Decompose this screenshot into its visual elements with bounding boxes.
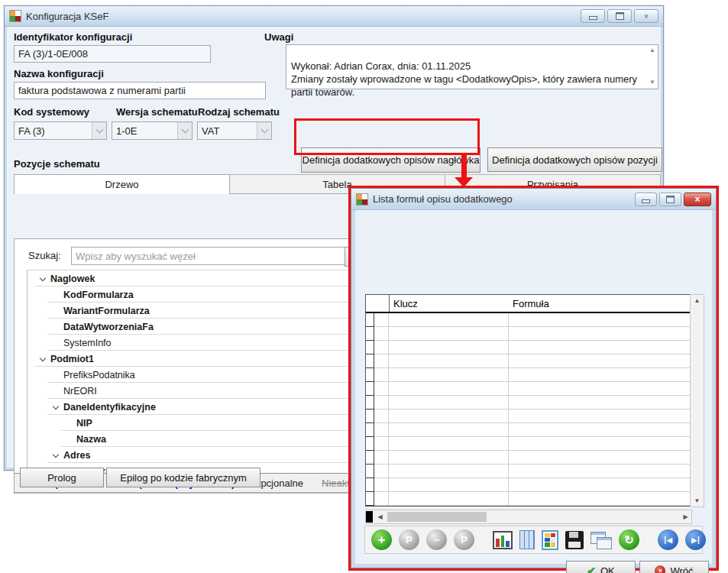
dialog-toolbar: + P − P ↻ |◀ ▶|: [364, 526, 703, 554]
name-field[interactable]: faktura podstawowa z numerami partii: [14, 82, 266, 99]
cascade-windows-icon[interactable]: [590, 531, 612, 549]
cancel-icon: ×: [655, 565, 665, 573]
table-row[interactable]: [366, 382, 691, 396]
epilog-button[interactable]: Epilog po kodzie fabrycznym: [106, 468, 260, 487]
dialog-title: Lista formuł opisu dodatkowego: [373, 193, 513, 205]
table-row[interactable]: [366, 313, 691, 327]
schema-type-select[interactable]: VAT: [197, 121, 272, 140]
tree-item-label: Adres: [63, 450, 90, 461]
tree-item-label: DataWytworzeniaFa: [63, 322, 154, 332]
tree-item-label: WariantFormularza: [63, 306, 150, 316]
maximize-icon[interactable]: [659, 193, 681, 206]
p-action-icon[interactable]: P: [454, 529, 474, 550]
scroll-up-icon[interactable]: ▲: [691, 295, 704, 306]
tree-item-label: Podmiot1: [50, 354, 94, 364]
grid-icon[interactable]: [519, 530, 535, 549]
save-icon[interactable]: [565, 531, 584, 549]
expand-icon[interactable]: [37, 277, 48, 280]
schema-version-select[interactable]: 1-0E: [112, 121, 193, 140]
formula-dialog: Lista formuł opisu dodatkowego × Klucz F…: [351, 188, 717, 568]
system-code-value: FA (3): [15, 125, 92, 137]
ok-button-label: OK: [600, 565, 615, 573]
tree-item-label: NrEORI: [63, 386, 97, 397]
table-row[interactable]: [366, 354, 691, 368]
main-titlebar: Konfiguracja KSeF ×: [5, 6, 663, 27]
header-descriptions-button[interactable]: Definicja dodatkowych opisów nagłówka: [301, 147, 480, 173]
scrollbar-thumb[interactable]: [387, 512, 487, 522]
dialog-titlebar: Lista formuł opisu dodatkowego ×: [351, 189, 716, 210]
close-icon[interactable]: ×: [634, 9, 658, 23]
dialog-highlight-border: Lista formuł opisu dodatkowego × Klucz F…: [348, 186, 719, 571]
tree-item-label: Nazwa: [76, 434, 106, 445]
row-selector-header: [366, 295, 390, 312]
expand-icon[interactable]: [50, 454, 61, 457]
table-row[interactable]: [366, 451, 691, 465]
document-icon[interactable]: [542, 530, 558, 550]
app-icon: [9, 10, 21, 22]
scroll-left-icon[interactable]: ◀: [374, 510, 386, 523]
table-row[interactable]: [366, 478, 691, 492]
notes-label: Uwagi: [264, 31, 293, 43]
table-header: Klucz Formuła: [366, 295, 691, 313]
tree-item-label: PrefiksPodatnika: [63, 370, 135, 380]
scroll-down-icon[interactable]: ▼: [649, 79, 655, 87]
ok-button[interactable]: ✔ OK: [566, 561, 636, 573]
schema-type-label: Rodzaj schematu: [198, 106, 280, 118]
chart-icon[interactable]: [493, 531, 513, 549]
name-label: Nazwa konfiguracji: [14, 68, 104, 79]
identifier-field[interactable]: FA (3)/1-0E/008: [14, 45, 211, 63]
table-row[interactable]: [366, 410, 691, 423]
table-row[interactable]: [366, 341, 691, 354]
expand-icon[interactable]: [37, 358, 48, 361]
system-code-select[interactable]: FA (3): [14, 121, 107, 140]
tree-item-label: NIP: [76, 418, 92, 429]
schema-type-value: VAT: [198, 125, 257, 137]
annotation-arrow-head: [455, 177, 473, 187]
tree-item-label: SystemInfo: [63, 338, 112, 348]
schema-version-value: 1-0E: [112, 125, 177, 137]
position-descriptions-button[interactable]: Definicja dodatkowych opisów pozycji: [487, 147, 662, 172]
table-row[interactable]: [366, 465, 691, 478]
table-row[interactable]: [366, 396, 691, 410]
splitter-box[interactable]: [366, 511, 373, 523]
close-icon[interactable]: ×: [684, 193, 711, 206]
schema-version-label: Wersja schematu: [116, 106, 198, 118]
last-record-icon[interactable]: ▶|: [685, 529, 706, 550]
search-input[interactable]: [71, 247, 349, 265]
delete-record-icon[interactable]: −: [426, 529, 447, 550]
dropdown-arrow-icon[interactable]: [92, 122, 106, 139]
notes-textarea[interactable]: Wykonał: Adrian Corax, dnia: 01.11.2025 …: [286, 44, 658, 89]
scroll-up-icon[interactable]: ▲: [649, 47, 655, 55]
table-row[interactable]: [366, 492, 691, 506]
system-code-label: Kod systemowy: [14, 106, 89, 118]
dialog-app-icon: [356, 193, 368, 206]
refresh-icon[interactable]: ↻: [619, 529, 639, 550]
dropdown-arrow-icon[interactable]: [257, 122, 271, 139]
notes-text: Wykonał: Adrian Corax, dnia: 01.11.2025 …: [291, 60, 637, 98]
first-record-icon[interactable]: |◀: [658, 529, 678, 550]
minimize-icon[interactable]: [581, 9, 605, 23]
table-row[interactable]: [366, 327, 691, 341]
check-icon: ✔: [587, 565, 596, 573]
dropdown-arrow-icon[interactable]: [177, 122, 192, 139]
tab-drzewo[interactable]: Drzewo: [14, 174, 230, 194]
table-row[interactable]: [366, 423, 691, 437]
column-header-klucz[interactable]: Klucz: [390, 298, 510, 309]
minimize-icon[interactable]: [635, 193, 657, 206]
expand-icon[interactable]: [50, 406, 61, 409]
vertical-scrollbar[interactable]: ▲ ▼: [690, 294, 704, 507]
back-button-label: Wróć: [670, 565, 693, 573]
scroll-right-icon[interactable]: ▶: [680, 510, 691, 523]
identifier-label: Identyfikator konfiguracji: [14, 31, 132, 43]
table-row[interactable]: [366, 368, 691, 382]
maximize-icon[interactable]: [607, 9, 632, 23]
column-header-formula[interactable]: Formuła: [510, 298, 691, 309]
search-label: Szukaj:: [28, 250, 61, 261]
scroll-down-icon[interactable]: ▼: [691, 495, 704, 507]
back-button[interactable]: × Wróć: [639, 561, 709, 573]
search-p-icon[interactable]: P: [399, 529, 419, 550]
add-record-icon[interactable]: +: [371, 529, 392, 550]
horizontal-scrollbar[interactable]: ◀ ▶: [365, 510, 692, 524]
table-row[interactable]: [366, 437, 691, 451]
prolog-button[interactable]: Prolog: [20, 468, 104, 487]
